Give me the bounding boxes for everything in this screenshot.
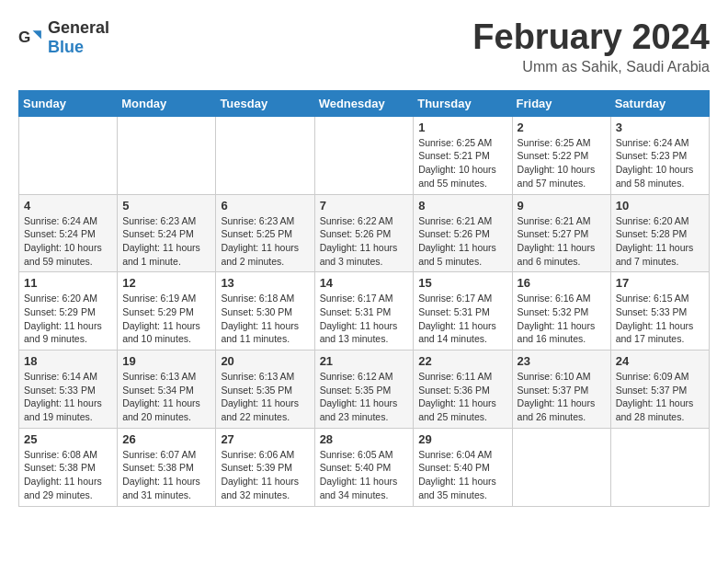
day-number: 19 — [122, 354, 210, 368]
calendar-cell — [118, 116, 216, 194]
day-number: 21 — [320, 354, 409, 368]
page-header: G General Blue February 2024 Umm as Sahi… — [18, 18, 710, 75]
day-number: 4 — [24, 199, 112, 213]
day-number: 18 — [24, 354, 112, 368]
logo-text: General Blue — [48, 18, 109, 57]
day-info: Sunrise: 6:09 AMSunset: 5:37 PMDaylight:… — [616, 370, 704, 424]
location-title: Umm as Sahik, Saudi Arabia — [472, 59, 710, 75]
day-info: Sunrise: 6:13 AMSunset: 5:35 PMDaylight:… — [221, 370, 309, 424]
day-number: 8 — [418, 199, 506, 213]
day-info: Sunrise: 6:12 AMSunset: 5:35 PMDaylight:… — [320, 370, 409, 424]
day-info: Sunrise: 6:18 AMSunset: 5:30 PMDaylight:… — [221, 292, 309, 346]
weekday-header: Thursday — [414, 90, 512, 116]
month-title: February 2024 — [472, 18, 710, 57]
calendar-cell: 3Sunrise: 6:24 AMSunset: 5:23 PMDaylight… — [610, 116, 709, 194]
day-number: 7 — [320, 199, 409, 213]
day-number: 5 — [122, 199, 210, 213]
day-info: Sunrise: 6:21 AMSunset: 5:26 PMDaylight:… — [418, 214, 506, 269]
calendar-cell: 15Sunrise: 6:17 AMSunset: 5:31 PMDayligh… — [414, 272, 512, 350]
day-info: Sunrise: 6:10 AMSunset: 5:37 PMDaylight:… — [518, 370, 606, 424]
calendar-cell: 24Sunrise: 6:09 AMSunset: 5:37 PMDayligh… — [610, 350, 709, 429]
calendar-cell: 14Sunrise: 6:17 AMSunset: 5:31 PMDayligh… — [314, 272, 414, 350]
calendar-cell: 26Sunrise: 6:07 AMSunset: 5:38 PMDayligh… — [118, 428, 216, 506]
calendar-cell: 11Sunrise: 6:20 AMSunset: 5:29 PMDayligh… — [19, 272, 118, 350]
day-info: Sunrise: 6:06 AMSunset: 5:39 PMDaylight:… — [221, 448, 309, 502]
calendar-cell: 7Sunrise: 6:22 AMSunset: 5:26 PMDaylight… — [314, 194, 414, 272]
calendar-cell: 18Sunrise: 6:14 AMSunset: 5:33 PMDayligh… — [19, 350, 118, 429]
day-info: Sunrise: 6:24 AMSunset: 5:23 PMDaylight:… — [616, 136, 704, 190]
weekday-header: Friday — [512, 90, 610, 116]
day-info: Sunrise: 6:25 AMSunset: 5:22 PMDaylight:… — [518, 136, 606, 190]
calendar-cell — [19, 116, 118, 194]
calendar-table: SundayMondayTuesdayWednesdayThursdayFrid… — [18, 90, 710, 507]
day-number: 17 — [616, 276, 704, 290]
day-info: Sunrise: 6:08 AMSunset: 5:38 PMDaylight:… — [24, 448, 112, 502]
day-info: Sunrise: 6:13 AMSunset: 5:34 PMDaylight:… — [122, 370, 210, 424]
calendar-cell — [610, 428, 709, 506]
title-area: February 2024 Umm as Sahik, Saudi Arabia — [472, 18, 710, 75]
calendar-cell: 21Sunrise: 6:12 AMSunset: 5:35 PMDayligh… — [314, 350, 414, 429]
calendar-week-row: 1Sunrise: 6:25 AMSunset: 5:21 PMDaylight… — [19, 116, 710, 194]
day-number: 13 — [221, 276, 309, 290]
calendar-cell: 6Sunrise: 6:23 AMSunset: 5:25 PMDaylight… — [216, 194, 314, 272]
calendar-cell: 17Sunrise: 6:15 AMSunset: 5:33 PMDayligh… — [610, 272, 709, 350]
day-number: 3 — [616, 121, 704, 134]
calendar-cell: 10Sunrise: 6:20 AMSunset: 5:28 PMDayligh… — [610, 194, 709, 272]
calendar-cell — [512, 428, 610, 506]
day-number: 16 — [518, 276, 606, 290]
weekday-header: Monday — [118, 90, 216, 116]
day-info: Sunrise: 6:24 AMSunset: 5:24 PMDaylight:… — [24, 214, 112, 269]
svg-marker-1 — [33, 30, 41, 39]
day-number: 27 — [221, 432, 309, 446]
calendar-cell: 16Sunrise: 6:16 AMSunset: 5:32 PMDayligh… — [512, 272, 610, 350]
day-info: Sunrise: 6:14 AMSunset: 5:33 PMDaylight:… — [24, 370, 112, 424]
day-info: Sunrise: 6:20 AMSunset: 5:29 PMDaylight:… — [24, 292, 112, 346]
day-info: Sunrise: 6:23 AMSunset: 5:24 PMDaylight:… — [122, 214, 210, 269]
day-number: 9 — [518, 199, 606, 213]
logo: G General Blue — [18, 18, 109, 57]
day-info: Sunrise: 6:17 AMSunset: 5:31 PMDaylight:… — [418, 292, 506, 346]
day-number: 10 — [616, 199, 704, 213]
day-number: 26 — [122, 432, 210, 446]
calendar-cell: 28Sunrise: 6:05 AMSunset: 5:40 PMDayligh… — [314, 428, 414, 506]
day-number: 2 — [518, 121, 606, 134]
day-number: 20 — [221, 354, 309, 368]
day-info: Sunrise: 6:05 AMSunset: 5:40 PMDaylight:… — [320, 448, 409, 502]
weekday-header-row: SundayMondayTuesdayWednesdayThursdayFrid… — [19, 90, 710, 116]
day-number: 1 — [418, 121, 506, 134]
day-info: Sunrise: 6:17 AMSunset: 5:31 PMDaylight:… — [320, 292, 409, 346]
day-info: Sunrise: 6:15 AMSunset: 5:33 PMDaylight:… — [616, 292, 704, 346]
calendar-cell: 23Sunrise: 6:10 AMSunset: 5:37 PMDayligh… — [512, 350, 610, 429]
calendar-cell: 1Sunrise: 6:25 AMSunset: 5:21 PMDaylight… — [414, 116, 512, 194]
weekday-header: Wednesday — [314, 90, 414, 116]
day-number: 14 — [320, 276, 409, 290]
day-number: 15 — [418, 276, 506, 290]
calendar-week-row: 18Sunrise: 6:14 AMSunset: 5:33 PMDayligh… — [19, 350, 710, 429]
calendar-cell: 25Sunrise: 6:08 AMSunset: 5:38 PMDayligh… — [19, 428, 118, 506]
calendar-cell: 22Sunrise: 6:11 AMSunset: 5:36 PMDayligh… — [414, 350, 512, 429]
calendar-cell: 12Sunrise: 6:19 AMSunset: 5:29 PMDayligh… — [118, 272, 216, 350]
day-info: Sunrise: 6:25 AMSunset: 5:21 PMDaylight:… — [418, 136, 506, 190]
logo-blue: Blue — [48, 38, 84, 56]
weekday-header: Saturday — [610, 90, 709, 116]
day-number: 29 — [418, 432, 506, 446]
logo-general: General — [48, 18, 109, 37]
day-number: 23 — [518, 354, 606, 368]
calendar-cell: 27Sunrise: 6:06 AMSunset: 5:39 PMDayligh… — [216, 428, 314, 506]
day-info: Sunrise: 6:07 AMSunset: 5:38 PMDaylight:… — [122, 448, 210, 502]
calendar-cell: 5Sunrise: 6:23 AMSunset: 5:24 PMDaylight… — [118, 194, 216, 272]
day-info: Sunrise: 6:21 AMSunset: 5:27 PMDaylight:… — [518, 214, 606, 269]
day-info: Sunrise: 6:20 AMSunset: 5:28 PMDaylight:… — [616, 214, 704, 269]
day-number: 28 — [320, 432, 409, 446]
calendar-cell — [216, 116, 314, 194]
calendar-cell — [314, 116, 414, 194]
calendar-cell: 2Sunrise: 6:25 AMSunset: 5:22 PMDaylight… — [512, 116, 610, 194]
calendar-week-row: 4Sunrise: 6:24 AMSunset: 5:24 PMDaylight… — [19, 194, 710, 272]
weekday-header: Tuesday — [216, 90, 314, 116]
calendar-cell: 8Sunrise: 6:21 AMSunset: 5:26 PMDaylight… — [414, 194, 512, 272]
day-number: 11 — [24, 276, 112, 290]
day-info: Sunrise: 6:23 AMSunset: 5:25 PMDaylight:… — [221, 214, 309, 269]
calendar-week-row: 25Sunrise: 6:08 AMSunset: 5:38 PMDayligh… — [19, 428, 710, 506]
calendar-cell: 19Sunrise: 6:13 AMSunset: 5:34 PMDayligh… — [118, 350, 216, 429]
calendar-week-row: 11Sunrise: 6:20 AMSunset: 5:29 PMDayligh… — [19, 272, 710, 350]
